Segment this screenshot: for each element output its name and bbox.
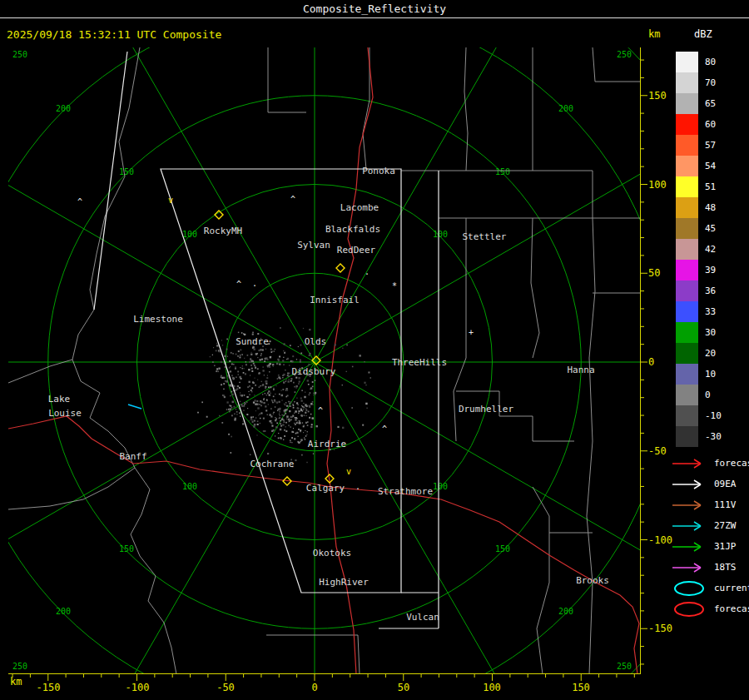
colorbar-swatch [676, 197, 698, 218]
colorbar-row: 39 [666, 260, 722, 280]
track-legend: forecast09EA111V27ZW31JP18TScurrentforec… [666, 453, 749, 619]
colorbar-value-label: -10 [705, 410, 722, 421]
colorbar-row: 70 [666, 72, 722, 93]
colorbar-row: 20 [666, 343, 722, 364]
track-legend-label: 111V [714, 499, 737, 510]
map-content: 1001502002501001502002501001502002501001… [8, 47, 649, 684]
track-legend-row: 09EA [666, 474, 749, 494]
city-label: Limestone [133, 314, 183, 325]
svg-text:+: + [469, 328, 474, 337]
track-legend-row: forecast [666, 453, 749, 474]
track-ellipse-icon [671, 601, 711, 618]
product-timestamp: 2025/09/18 15:32:11 UTC Composite [7, 28, 221, 41]
colorbar-swatch [676, 114, 698, 135]
colorbar-value-label: 70 [705, 77, 716, 88]
colorbar-row: 57 [666, 135, 722, 156]
track-legend-label: 27ZW [714, 520, 737, 531]
colorbar-value-label: 57 [705, 140, 716, 151]
svg-text:200: 200 [56, 607, 71, 616]
city-labels: PonokaLacombeBlackfaldsSylvanRedDeerStet… [48, 166, 609, 623]
colorbar-swatch [676, 260, 698, 280]
city-label: Banff [119, 451, 146, 462]
colorbar-swatch [676, 343, 698, 364]
colorbar-value-label: -30 [705, 431, 722, 442]
city-label: Drumheller [459, 404, 514, 415]
colorbar-row: 10 [666, 364, 722, 385]
colorbar-row: -10 [666, 405, 722, 426]
svg-text:^: ^ [318, 406, 323, 415]
right-axis-tick-label: 100 [648, 179, 667, 191]
bottom-axis-tick-label: 100 [475, 682, 508, 693]
svg-text:100: 100 [182, 482, 197, 491]
svg-text:·: · [365, 270, 370, 279]
city-label: Lacombe [340, 202, 379, 213]
colorbar-swatch [676, 405, 698, 426]
colorbar-swatch [676, 322, 698, 343]
svg-text:200: 200 [558, 607, 573, 616]
colorbar-row: 54 [666, 156, 722, 176]
colorbar-value-label: 10 [705, 369, 716, 380]
bottom-axis-tick-label: -150 [32, 682, 65, 693]
city-label: Brooks [576, 575, 609, 586]
city-label: Louise [48, 408, 82, 419]
colorbar-value-label: 60 [705, 119, 716, 130]
colorbar-swatch [676, 72, 698, 93]
svg-text:150: 150 [495, 544, 510, 554]
svg-text:100: 100 [433, 230, 448, 239]
colorbar-row: 42 [666, 239, 722, 260]
track-arrow-icon [671, 518, 711, 534]
colorbar-row: 51 [666, 176, 722, 197]
colorbar-value-label: 80 [705, 57, 716, 67]
colorbar-swatch [676, 385, 698, 405]
bottom-axis-tick-label: 150 [564, 682, 598, 693]
svg-text:100: 100 [433, 482, 448, 491]
svg-text:250: 250 [617, 662, 632, 671]
colorbar-swatch [676, 93, 698, 114]
radar-application-window: Composite_Reflectivity 2025/09/18 15:32:… [0, 0, 749, 700]
svg-text:100: 100 [182, 230, 197, 239]
colorbar-swatch [676, 301, 698, 322]
track-legend-label: 18TS [714, 562, 737, 573]
bottom-axis-tick-label: 0 [298, 682, 331, 693]
track-legend-label: current [714, 583, 749, 593]
colorbar-value-label: 45 [705, 223, 716, 234]
svg-text:^: ^ [382, 424, 387, 434]
svg-text:200: 200 [56, 104, 71, 113]
city-label: Vulcan [406, 612, 439, 623]
svg-text:200: 200 [558, 104, 573, 113]
track-arrow-icon [671, 497, 711, 514]
city-label: Olds [305, 336, 327, 347]
svg-text:·: · [355, 484, 360, 494]
bottom-axis-tick-label: 50 [387, 682, 420, 693]
city-label: Blackfalds [325, 224, 380, 235]
colorbar-row: 45 [666, 218, 722, 239]
track-legend-label: forecast [714, 458, 749, 469]
city-label: Stettler [463, 231, 507, 242]
track-arrow-icon [671, 559, 711, 576]
right-axis-tick-label: 50 [648, 267, 660, 279]
svg-text:250: 250 [12, 662, 27, 671]
right-axis-tick-label: 150 [648, 90, 667, 102]
city-label: Cochrane [250, 459, 295, 469]
track-ellipse-icon [671, 580, 711, 597]
colorbar-title: dBZ [694, 28, 712, 40]
river-segment [128, 405, 141, 409]
colorbar-row: 30 [666, 322, 722, 343]
city-label: Didsbury [292, 366, 336, 377]
city-label: Sundre [236, 336, 269, 347]
city-label: Sylvan [297, 240, 330, 251]
city-label: RockyMH [204, 226, 242, 236]
svg-text:^: ^ [290, 195, 295, 204]
colorbar-value-label: 30 [705, 327, 716, 338]
colorbar-swatch [676, 52, 698, 72]
colorbar-value-label: 51 [705, 181, 716, 192]
track-legend-row: forecast [666, 598, 749, 619]
right-axis-tick-label: 0 [648, 356, 654, 368]
city-label: Strathmore [378, 486, 433, 497]
colorbar-row: 60 [666, 114, 722, 135]
radar-map[interactable]: 1001502002501001502002501001502002501001… [8, 47, 649, 684]
city-label: Lake [48, 394, 71, 405]
reflectivity-colorbar: 807065605754514845423936333020100-10-30 [666, 52, 722, 447]
track-legend-row: current [666, 578, 749, 598]
track-legend-row: 18TS [666, 557, 749, 578]
